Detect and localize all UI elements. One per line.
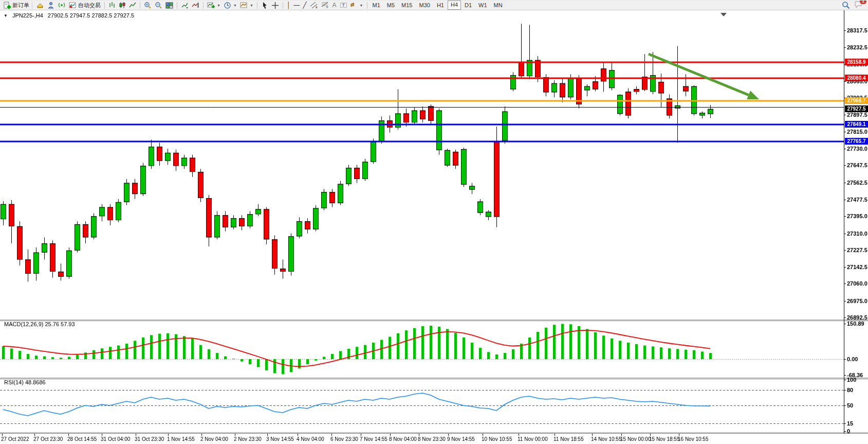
date-axis-label: 10 Nov 10:55 bbox=[482, 436, 512, 442]
arrows-button[interactable]: ▼ bbox=[349, 1, 365, 10]
price-axis-tick: 26892.5 bbox=[847, 314, 867, 321]
price-level-badge: 28080.4 bbox=[845, 75, 868, 81]
timeframe-H4[interactable]: H4 bbox=[448, 1, 461, 10]
timeframe-M1[interactable]: M1 bbox=[370, 1, 383, 9]
arrows-dropdown-icon[interactable]: ▼ bbox=[360, 4, 363, 7]
date-axis-label: 8 Nov 23:30 bbox=[418, 436, 446, 442]
timeframe-W1[interactable]: W1 bbox=[475, 1, 490, 9]
indicators-dropdown-icon[interactable]: ▼ bbox=[217, 4, 220, 7]
chart-shift-icon bbox=[192, 2, 199, 9]
rsi-indicator-label: RSI(14) 48.8686 bbox=[4, 379, 46, 385]
timeframe-M5[interactable]: M5 bbox=[384, 1, 398, 9]
tile-windows-button[interactable] bbox=[164, 1, 175, 10]
price-axis-tick: 27730.0 bbox=[847, 146, 867, 152]
notification-button[interactable]: 1 bbox=[854, 1, 863, 10]
date-axis-label: 3 Nov 14:55 bbox=[266, 436, 294, 442]
signals-button[interactable] bbox=[57, 1, 67, 10]
zoom-in-button[interactable] bbox=[142, 1, 153, 10]
terminal-window: 新订单 自动交易 bbox=[0, 0, 868, 444]
cursor-button[interactable] bbox=[260, 1, 270, 10]
notification-badge: 1 bbox=[860, 0, 866, 4]
timeframe-M15[interactable]: M15 bbox=[398, 1, 415, 9]
horizontal-line-button[interactable]: — bbox=[292, 1, 301, 10]
market-watch-icon bbox=[36, 2, 44, 9]
zoom-out-button[interactable] bbox=[153, 1, 164, 10]
timeframe-H1[interactable]: H1 bbox=[434, 1, 447, 9]
templates-dropdown-icon[interactable]: ▼ bbox=[250, 4, 253, 7]
navigator-button[interactable] bbox=[46, 1, 57, 10]
price-chart-canvas[interactable] bbox=[0, 1, 868, 444]
fibonacci-button[interactable]: F bbox=[320, 1, 331, 10]
svg-text:T: T bbox=[342, 3, 345, 8]
new-order-icon bbox=[3, 2, 11, 9]
bar-chart-icon bbox=[108, 2, 116, 9]
toolbar: 新订单 自动交易 bbox=[0, 1, 868, 10]
autotrading-button[interactable]: 自动交易 bbox=[67, 1, 102, 10]
auto-scroll-button[interactable] bbox=[179, 1, 190, 10]
candlestick-chart-button[interactable] bbox=[117, 1, 127, 10]
clock-icon bbox=[224, 2, 231, 9]
macd-axis-tick: 0.00 bbox=[847, 356, 858, 362]
text-label-button[interactable]: T bbox=[338, 1, 349, 10]
crosshair-icon bbox=[271, 2, 279, 9]
signals-icon bbox=[58, 2, 66, 9]
price-level-badge: 27849.1 bbox=[845, 121, 868, 128]
timeframe-MN[interactable]: MN bbox=[491, 1, 506, 9]
toolbar-right: 1 bbox=[842, 1, 868, 10]
market-watch-button[interactable] bbox=[35, 1, 46, 10]
search-icon[interactable] bbox=[842, 1, 850, 9]
date-axis-label: 11 Nov 00:00 bbox=[518, 436, 548, 442]
bar-chart-button[interactable] bbox=[107, 1, 117, 10]
timeframe-M30[interactable]: M30 bbox=[416, 1, 433, 9]
text-label-icon: T bbox=[340, 2, 347, 9]
macd-indicator-label: MACD(12,26,9) 25.76 57.93 bbox=[4, 321, 75, 327]
zoom-in-icon bbox=[144, 2, 152, 9]
price-axis-tick: 27815.0 bbox=[847, 129, 867, 135]
price-axis-tick: 27395.0 bbox=[847, 213, 867, 219]
indicators-button[interactable]: ▼ bbox=[206, 1, 222, 10]
price-level-badge: 27765.7 bbox=[845, 138, 868, 145]
line-chart-button[interactable] bbox=[127, 1, 138, 10]
periods-dropdown-icon[interactable]: ▼ bbox=[233, 4, 237, 7]
date-axis-label: 7 Nov 14:55 bbox=[360, 436, 387, 442]
new-order-label: 新订单 bbox=[12, 2, 29, 9]
price-axis-tick: 27227.5 bbox=[847, 247, 867, 253]
svg-text:E: E bbox=[316, 6, 318, 9]
toolbar-separator bbox=[177, 2, 177, 9]
price-axis-tick: 28317.5 bbox=[847, 27, 867, 33]
rsi-axis-tick: 80 bbox=[847, 387, 853, 393]
rsi-axis-tick: 50 bbox=[847, 402, 853, 409]
price-axis-tick: 27142.5 bbox=[847, 264, 867, 270]
current-price-badge: 27927.5 bbox=[845, 105, 868, 112]
date-axis-label: 2 Nov 04:00 bbox=[200, 436, 228, 442]
timeframe-D1[interactable]: D1 bbox=[461, 1, 475, 9]
candlestick-chart-icon bbox=[119, 2, 126, 9]
new-order-button[interactable]: 新订单 bbox=[2, 1, 31, 10]
date-axis-label: 1 Nov 14:55 bbox=[167, 436, 195, 442]
crosshair-button[interactable] bbox=[270, 1, 281, 10]
navigator-icon bbox=[47, 2, 55, 9]
price-level-badge: 28158.9 bbox=[845, 59, 868, 65]
templates-button[interactable]: ▼ bbox=[238, 1, 255, 10]
toolbar-grip bbox=[32, 2, 34, 9]
date-axis-label: 28 Oct 14:55 bbox=[67, 436, 97, 442]
toolbar-separator bbox=[367, 2, 367, 9]
vertical-line-button[interactable]: │ bbox=[285, 1, 292, 10]
equidistant-channel-button[interactable]: E bbox=[308, 1, 320, 10]
price-axis-tick: 27897.5 bbox=[847, 112, 867, 118]
chart-ohlc-values: 27902.5 27947.5 27882.5 27927.5 bbox=[48, 12, 134, 19]
autotrading-icon bbox=[69, 2, 77, 9]
toolbar-separator bbox=[257, 2, 257, 9]
price-axis-tick: 27060.0 bbox=[847, 280, 867, 287]
date-axis-label: 31 Oct 23:30 bbox=[135, 436, 164, 442]
macd-axis-tick: 150.89 bbox=[847, 321, 864, 327]
date-axis-label: 6 Nov 23:30 bbox=[330, 436, 358, 442]
text-button[interactable]: A bbox=[331, 1, 338, 10]
trendline-button[interactable]: ╱ bbox=[301, 1, 308, 10]
chart-shift-button[interactable] bbox=[190, 1, 201, 10]
chart-title-dropdown-icon[interactable]: ▼ bbox=[4, 13, 8, 18]
date-axis-label: 8 Nov 04:00 bbox=[389, 436, 417, 442]
periods-button[interactable]: ▼ bbox=[222, 1, 238, 10]
zoom-out-icon bbox=[155, 2, 162, 9]
line-chart-icon bbox=[129, 2, 136, 9]
